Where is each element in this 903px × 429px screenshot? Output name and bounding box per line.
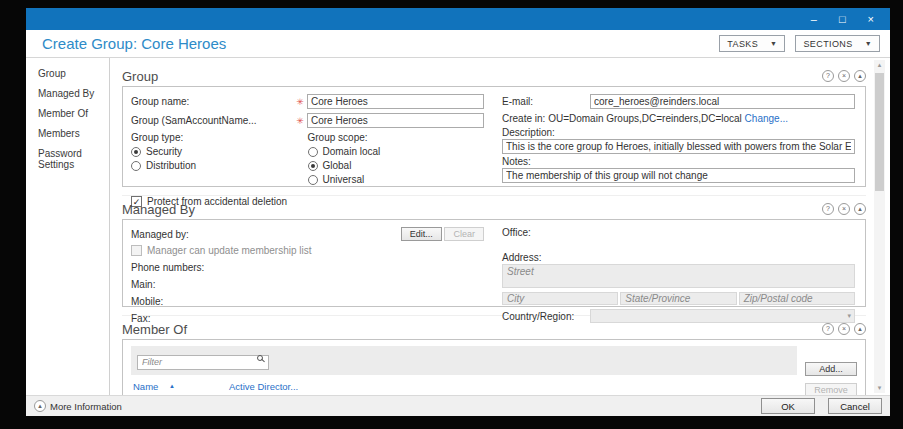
sam-account-name-input[interactable] [307, 113, 484, 128]
section-nav-sidebar: Group Managed By Member Of Members Passw… [26, 58, 110, 395]
radio-global[interactable] [308, 161, 318, 171]
notes-input[interactable] [502, 168, 855, 183]
help-icon[interactable]: ? [822, 323, 834, 335]
member-of-section-title: Member Of [122, 322, 822, 337]
address-label: Address: [502, 252, 855, 263]
managed-by-label: Managed by: [131, 229, 189, 240]
section-managed-by: Managed By ? × ▴ Managed by: Edit... Cl [122, 195, 866, 307]
phone-mobile-label: Mobile: [131, 296, 484, 307]
radio-global-label: Global [323, 160, 352, 171]
scrollbar-thumb[interactable] [875, 73, 884, 191]
email-label: E-mail: [502, 96, 590, 107]
sidebar-item-members[interactable]: Members [38, 128, 105, 139]
cancel-button[interactable]: Cancel [828, 398, 882, 414]
more-information-label: More Information [50, 401, 122, 412]
help-icon[interactable]: ? [822, 203, 834, 215]
phone-numbers-label: Phone numbers: [131, 262, 484, 273]
more-information-toggle[interactable]: ▴ More Information [34, 400, 748, 412]
collapse-section-icon[interactable]: ▴ [854, 70, 866, 82]
description-label: Description: [502, 127, 855, 138]
required-icon: ✳ [293, 97, 307, 107]
close-icon[interactable]: × [868, 14, 874, 25]
phone-main-label: Main: [131, 279, 484, 290]
country-region-select[interactable]: ▾ [590, 309, 855, 323]
sidebar-item-group[interactable]: Group [38, 68, 105, 79]
help-icon[interactable]: ? [822, 70, 834, 82]
office-label: Office: [502, 227, 855, 238]
create-group-window: – □ × Create Group: Core Heroes TASKS ▼ … [26, 8, 890, 416]
collapse-section-icon[interactable]: ▴ [854, 203, 866, 215]
create-in-value: OU=Domain Groups,DC=reinders,DC=local [548, 113, 742, 124]
section-group: Group ? × ▴ Group name: ✳ [122, 66, 866, 187]
sections-button-label: SECTIONS [803, 39, 852, 49]
minimize-icon[interactable]: – [811, 14, 817, 25]
manager-can-update-label: Manager can update membership list [147, 245, 312, 256]
collapse-section-icon[interactable]: ▴ [854, 323, 866, 335]
column-header-active-directory[interactable]: Active Director... [229, 381, 298, 392]
remove-button[interactable]: Remove [805, 383, 857, 395]
radio-universal[interactable] [308, 175, 318, 185]
street-placeholder: Street [507, 266, 534, 277]
scroll-up-icon[interactable]: ▴ [874, 61, 885, 69]
state-province-field[interactable]: State/Province [620, 292, 736, 305]
radio-universal-label: Universal [323, 174, 365, 185]
collapse-icon: ▴ [34, 400, 46, 412]
edit-button[interactable]: Edit... [401, 227, 442, 241]
member-of-table: Name ▲ Active Director... [123, 340, 797, 395]
description-input[interactable] [502, 139, 855, 154]
sam-account-name-label: Group (SamAccountName... [131, 115, 293, 126]
radio-distribution-label: Distribution [146, 160, 196, 171]
clear-button[interactable]: Clear [444, 227, 484, 241]
group-name-input[interactable] [307, 94, 484, 109]
ok-button[interactable]: OK [761, 398, 815, 414]
scroll-down-icon[interactable]: ▾ [874, 384, 885, 392]
column-header-name-label: Name [133, 381, 158, 392]
search-icon [257, 355, 263, 361]
vertical-scrollbar[interactable]: ▴ ▾ [874, 60, 885, 393]
required-icon: ✳ [293, 116, 307, 126]
email-input[interactable] [590, 94, 855, 109]
remove-section-icon[interactable]: × [838, 203, 850, 215]
group-section-title: Group [122, 69, 822, 84]
add-button[interactable]: Add... [805, 362, 857, 376]
column-header-name[interactable]: Name ▲ [133, 381, 229, 392]
tasks-button[interactable]: TASKS ▼ [719, 35, 785, 52]
sections-button[interactable]: SECTIONS ▼ [795, 35, 880, 52]
change-link[interactable]: Change... [745, 113, 788, 124]
manager-can-update-checkbox[interactable] [131, 245, 142, 256]
group-type-label: Group type: [131, 132, 308, 143]
zip-postal-field[interactable]: Zip/Postal code [739, 292, 855, 305]
notes-label: Notes: [502, 156, 855, 167]
page-header: Create Group: Core Heroes TASKS ▼ SECTIO… [26, 30, 890, 58]
sidebar-item-member-of[interactable]: Member Of [38, 108, 105, 119]
group-scope-label: Group scope: [308, 132, 485, 143]
sort-ascending-icon: ▲ [169, 383, 175, 389]
city-field[interactable]: City [502, 292, 618, 305]
dialog-footer: ▴ More Information OK Cancel [26, 395, 890, 416]
street-field[interactable]: Street [502, 264, 855, 288]
group-name-label: Group name: [131, 96, 293, 107]
tasks-button-label: TASKS [727, 39, 758, 49]
chevron-down-icon: ▼ [770, 40, 777, 47]
filter-input[interactable] [137, 355, 269, 370]
remove-section-icon[interactable]: × [838, 70, 850, 82]
maximize-icon[interactable]: □ [839, 14, 846, 25]
select-chevron-icon: ▾ [847, 312, 851, 320]
sidebar-item-password-settings[interactable]: Password Settings [38, 148, 105, 170]
radio-domain-local-label: Domain local [323, 146, 381, 157]
titlebar: – □ × [26, 8, 890, 30]
chevron-down-icon: ▼ [865, 40, 872, 47]
radio-security[interactable] [131, 147, 141, 157]
sidebar-item-managed-by[interactable]: Managed By [38, 88, 105, 99]
radio-domain-local[interactable] [308, 147, 318, 157]
create-in-label: Create in: [502, 113, 545, 124]
member-of-toolbar [131, 346, 797, 375]
section-member-of: Member Of ? × ▴ [122, 315, 866, 395]
form-content: Group ? × ▴ Group name: ✳ [110, 58, 890, 395]
managed-by-section-title: Managed By [122, 202, 822, 217]
page-title: Create Group: Core Heroes [42, 35, 709, 52]
radio-security-label: Security [146, 146, 182, 157]
remove-section-icon[interactable]: × [838, 323, 850, 335]
country-region-label: Country/Region: [502, 311, 590, 322]
radio-distribution[interactable] [131, 161, 141, 171]
